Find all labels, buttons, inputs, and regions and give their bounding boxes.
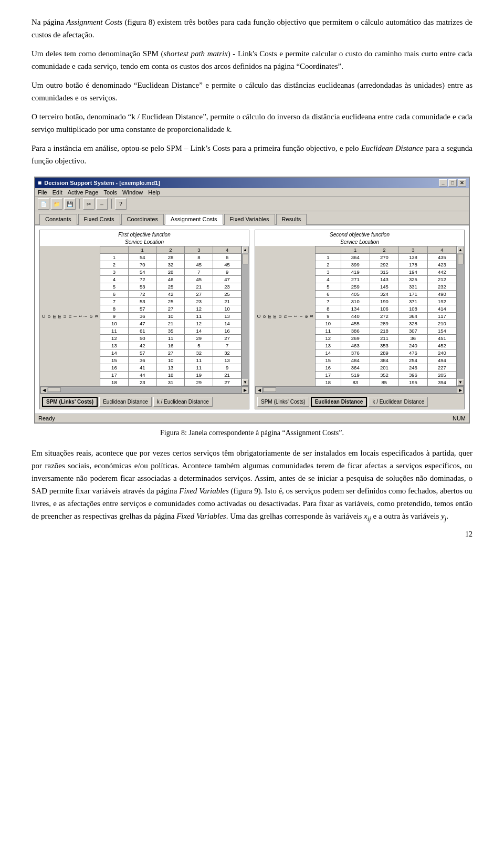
tab-results[interactable]: Results	[276, 214, 307, 225]
table-cell: 289	[370, 320, 398, 327]
table-cell: 27	[213, 379, 242, 386]
table-cell: 435	[427, 254, 456, 261]
menu-edit[interactable]: Edit	[52, 189, 62, 195]
right-scroll-down[interactable]: ▼	[457, 379, 464, 386]
left-scroll-down[interactable]: ▼	[242, 379, 249, 386]
left-btn-k-euclidean[interactable]: k / Euclidean Distance	[153, 397, 213, 407]
table-cell: 4	[316, 276, 341, 283]
toolbar-copy[interactable]: ⎓	[96, 198, 108, 210]
table-cell: 154	[427, 327, 456, 335]
table-cell: 192	[427, 298, 456, 305]
menu-help[interactable]: Help	[148, 189, 160, 195]
tab-fixed-costs[interactable]: Fixed Costs	[78, 214, 120, 225]
tab-assignment-costs[interactable]: Assignment Costs	[165, 214, 223, 225]
table-cell: 271	[341, 276, 370, 283]
toolbar-open[interactable]: 📁	[51, 198, 62, 210]
left-col-label: Communities	[40, 246, 100, 386]
right-btn-k-euclidean[interactable]: k / Euclidean Distance	[369, 397, 428, 407]
menu-window[interactable]: Window	[122, 189, 143, 195]
left-btn-euclidean[interactable]: Euclidean Distance	[99, 397, 152, 407]
table-cell: 6	[100, 291, 129, 298]
statusbar-left: Ready	[38, 415, 55, 421]
toolbar-save[interactable]: 💾	[64, 198, 76, 210]
tab-coordinates[interactable]: Coordinates	[121, 214, 164, 225]
left-scroll-htrack[interactable]	[47, 387, 242, 393]
table-cell: 1	[100, 254, 129, 261]
left-scrollbar-h[interactable]: ◀ ▶	[40, 386, 249, 394]
window-controls[interactable]: _ □ ✕	[439, 179, 466, 187]
table-cell: 12	[316, 335, 341, 342]
menubar: File Edit Active Page Tools Window Help	[35, 188, 469, 197]
table-cell: 211	[370, 335, 398, 342]
left-scroll-track[interactable]	[242, 253, 249, 379]
table-cell: 27	[156, 349, 185, 357]
right-btn-euclidean[interactable]: Euclidean Distance	[311, 397, 368, 407]
table-cell: 83	[341, 379, 370, 386]
right-scrollbar-v[interactable]: ▲ ▼	[457, 246, 464, 386]
table-cell: 53	[128, 298, 156, 305]
table-cell: 18	[100, 379, 129, 386]
maximize-button[interactable]: □	[448, 179, 457, 187]
table-cell: 32	[213, 349, 242, 357]
right-scroll-track[interactable]	[457, 253, 464, 379]
menu-file[interactable]: File	[38, 189, 47, 195]
table-cell: 386	[341, 327, 370, 335]
right-table-scroll: 1234136427013843523992921784233419315194…	[315, 246, 457, 386]
right-scroll-left[interactable]: ◀	[256, 387, 262, 394]
table-cell: 519	[341, 372, 370, 379]
right-scroll-up[interactable]: ▲	[457, 246, 464, 253]
table-cell: 325	[398, 276, 427, 283]
table-cell: 246	[398, 364, 427, 372]
table-cell: 32	[185, 349, 213, 357]
right-btn-spm[interactable]: SPM (Links' Costs)	[257, 397, 309, 407]
table-cell: 21	[185, 283, 213, 291]
table-cell: 270	[370, 254, 398, 261]
table-cell: 205	[427, 372, 456, 379]
menu-activepage[interactable]: Active Page	[68, 189, 99, 195]
toolbar-cut[interactable]: ✂	[83, 198, 94, 210]
tab-constants[interactable]: Constants	[39, 214, 77, 225]
table-row: 16364201246227	[316, 364, 457, 372]
paragraph-p2: Um deles tem como denominação SPM (short…	[32, 47, 472, 73]
right-scroll-hthumb[interactable]	[263, 387, 276, 392]
table-row: 270324545	[100, 261, 242, 269]
table-cell: 14	[316, 349, 341, 357]
table-cell: 28	[156, 269, 185, 276]
left-scroll-left[interactable]: ◀	[40, 387, 47, 394]
table-cell: 61	[128, 327, 156, 335]
left-scroll-thumb[interactable]	[243, 254, 248, 264]
table-row: 1250112927	[100, 335, 242, 342]
left-scroll-hthumb[interactable]	[48, 387, 61, 392]
right-scroll-thumb[interactable]	[458, 254, 464, 264]
right-scroll-right[interactable]: ▶	[457, 387, 464, 394]
table-cell: 10	[316, 320, 341, 327]
close-button[interactable]: ✕	[458, 179, 466, 187]
table-cell: 353	[370, 342, 398, 349]
right-scroll-htrack[interactable]	[262, 387, 457, 393]
table-cell: 396	[398, 372, 427, 379]
table-cell: 9	[213, 269, 242, 276]
toolbar-help[interactable]: ?	[115, 198, 127, 210]
left-btn-spm[interactable]: SPM (Links' Costs)	[42, 397, 98, 407]
toolbar-new[interactable]: 📄	[38, 198, 49, 210]
table-cell: 292	[370, 261, 398, 269]
figure-window: ■ Decision Support System - [exemplo.md1…	[34, 177, 470, 424]
left-scroll-up[interactable]: ▲	[242, 246, 249, 253]
table-cell: 45	[185, 261, 213, 269]
menu-tools[interactable]: Tools	[103, 189, 117, 195]
table-cell: 42	[128, 342, 156, 349]
left-scrollbar-v[interactable]: ▲ ▼	[242, 246, 249, 386]
table-cell: 14	[213, 320, 242, 327]
table-cell: 27	[185, 291, 213, 298]
table-row: 11386218307154	[316, 327, 457, 335]
table-cell: 7	[316, 298, 341, 305]
table-cell: 331	[398, 283, 427, 291]
table-cell: 364	[398, 313, 427, 320]
left-scroll-right[interactable]: ▶	[242, 387, 248, 394]
table-cell: 47	[128, 320, 156, 327]
minimize-button[interactable]: _	[439, 179, 447, 187]
table-cell: 117	[427, 313, 456, 320]
table-cell: 41	[128, 364, 156, 372]
tab-fixed-variables[interactable]: Fixed Variables	[224, 214, 275, 225]
right-scrollbar-h[interactable]: ◀ ▶	[255, 386, 464, 394]
